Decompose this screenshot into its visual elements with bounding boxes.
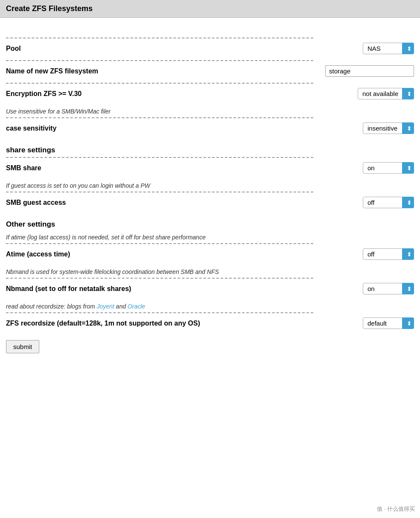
case-sensitivity-select-wrapper[interactable]: insensitive sensitive mixed bbox=[363, 122, 414, 134]
divider-filesystem-name bbox=[6, 60, 313, 61]
smb-share-label: SMB share bbox=[6, 164, 346, 172]
divider-pool bbox=[6, 38, 313, 38]
recordsize-note-middle: and bbox=[114, 303, 128, 310]
other-settings-heading: Other settings bbox=[6, 220, 414, 229]
encryption-select-wrapper[interactable]: not available aes-128-ccm aes-256-gcm bbox=[358, 88, 414, 99]
smb-guest-select[interactable]: off on bbox=[363, 197, 414, 208]
submit-button[interactable]: submit bbox=[6, 340, 39, 353]
pool-select[interactable]: NAS tank data bbox=[363, 43, 414, 54]
pool-label: Pool bbox=[6, 45, 346, 52]
atime-select[interactable]: off on bbox=[363, 248, 414, 260]
atime-select-wrapper[interactable]: off on bbox=[363, 248, 414, 260]
pool-select-wrapper[interactable]: NAS tank data bbox=[363, 43, 414, 54]
recordsize-note-prefix: read about recordsize: blogs from bbox=[6, 303, 96, 310]
watermark: 值 · 什么值得买 bbox=[377, 505, 415, 513]
filesystem-name-input[interactable] bbox=[325, 65, 414, 77]
divider-case-sensitivity bbox=[6, 117, 313, 118]
divider-nbmand bbox=[6, 278, 313, 279]
joyent-link[interactable]: Joyent bbox=[96, 303, 114, 310]
recordsize-label: ZFS recordsize (default=128k, 1m not sup… bbox=[6, 320, 346, 327]
smb-share-select[interactable]: on off bbox=[363, 162, 414, 174]
divider-recordsize bbox=[6, 312, 313, 313]
case-sensitivity-note: Use insensitive for a SMB/Win/Mac filer bbox=[6, 108, 414, 115]
page-header: Create ZFS Filesystems bbox=[0, 0, 420, 18]
page-title: Create ZFS Filesystems bbox=[6, 4, 93, 13]
divider-smb-share bbox=[6, 157, 313, 158]
smb-share-select-wrapper[interactable]: on off bbox=[363, 162, 414, 174]
case-sensitivity-select[interactable]: insensitive sensitive mixed bbox=[363, 122, 414, 134]
smb-guest-label: SMB guest access bbox=[6, 199, 346, 207]
smb-guest-note: If guest access is set to on you can log… bbox=[6, 182, 414, 189]
oracle-link[interactable]: Oracle bbox=[128, 303, 145, 310]
nbmand-select-wrapper[interactable]: on off bbox=[363, 283, 414, 294]
divider-encryption bbox=[6, 83, 313, 84]
recordsize-select[interactable]: default 4k 8k 16k 32k 64k 128k 256k 512k… bbox=[363, 317, 414, 329]
recordsize-note: read about recordsize: blogs from Joyent… bbox=[6, 303, 414, 310]
atime-label: Atime (access time) bbox=[6, 250, 346, 258]
divider-atime bbox=[6, 243, 313, 244]
nbmand-note: Nbmand is used for system-wide filelocki… bbox=[6, 268, 414, 275]
filesystem-name-label: Name of new ZFS filesystem bbox=[6, 67, 325, 75]
atime-note: If atime (log last access) is not needed… bbox=[6, 234, 414, 241]
encryption-select[interactable]: not available aes-128-ccm aes-256-gcm bbox=[358, 88, 414, 99]
divider-smb-guest bbox=[6, 192, 313, 192]
encryption-label: Encryption ZFS >= V.30 bbox=[6, 90, 346, 98]
case-sensitivity-label: case sensitivity bbox=[6, 125, 346, 132]
nbmand-label: Nbmand (set to off for netatalk shares) bbox=[6, 285, 346, 293]
share-settings-heading: share settings bbox=[6, 146, 414, 154]
nbmand-select[interactable]: on off bbox=[363, 283, 414, 294]
recordsize-select-wrapper[interactable]: default 4k 8k 16k 32k 64k 128k 256k 512k… bbox=[363, 317, 414, 329]
smb-guest-select-wrapper[interactable]: off on bbox=[363, 197, 414, 208]
